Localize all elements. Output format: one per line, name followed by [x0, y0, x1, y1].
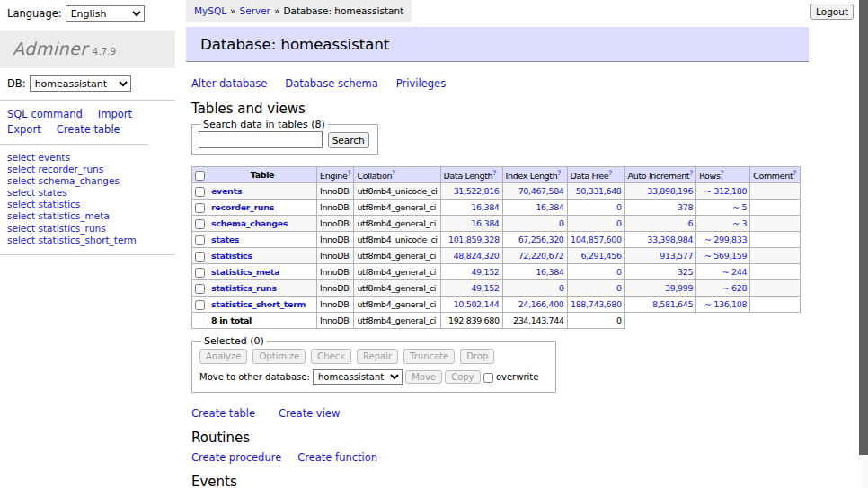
sidebar-link[interactable]: Create table	[57, 123, 120, 136]
column-header[interactable]: Comment?	[750, 167, 801, 183]
db-action-link[interactable]: Database schema	[285, 77, 377, 90]
index-length-cell[interactable]: 0	[502, 280, 567, 297]
sidebar-link[interactable]: Import	[98, 108, 132, 120]
data-length-cell[interactable]: 31,522,816	[440, 183, 502, 200]
sidebar-table-link[interactable]: select statistics	[7, 199, 168, 210]
data-free-cell[interactable]: 0	[567, 280, 624, 297]
rows-cell[interactable]: ~ 244	[696, 264, 750, 280]
table-name-link[interactable]: statistics_runs	[211, 283, 277, 293]
repair-button[interactable]: Repair	[357, 349, 398, 364]
index-length-cell[interactable]: 72,220,672	[502, 248, 567, 264]
table-name-link[interactable]: recorder_runs	[211, 202, 274, 212]
create-view-link[interactable]: Create view	[279, 407, 340, 420]
overwrite-checkbox[interactable]	[483, 373, 493, 383]
rows-cell[interactable]: ~ 5	[696, 200, 750, 216]
create-procedure-link[interactable]: Create procedure	[191, 451, 281, 464]
db-select[interactable]: homeassistant	[30, 75, 131, 92]
rows-cell[interactable]: ~ 569,159	[696, 248, 750, 264]
index-length-cell[interactable]: 70,467,584	[502, 183, 567, 200]
scrollbar[interactable]	[859, 0, 868, 488]
rows-cell[interactable]: ~ 312,180	[696, 183, 750, 200]
data-free-cell[interactable]: 50,331,648	[567, 183, 624, 200]
data-length-cell[interactable]: 49,152	[440, 280, 502, 297]
sidebar-table-link[interactable]: select schema_changes	[7, 175, 168, 187]
column-header[interactable]: Collation?	[354, 167, 440, 183]
auto-increment-cell[interactable]: 378	[624, 200, 696, 216]
select-all-checkbox[interactable]	[195, 171, 205, 181]
auto-increment-cell[interactable]: 913,577	[624, 248, 696, 264]
breadcrumb-mysql[interactable]: MySQL	[194, 5, 226, 16]
logout-button[interactable]: Logout	[810, 4, 854, 20]
sidebar-table-link[interactable]: select states	[7, 187, 168, 199]
row-checkbox[interactable]	[195, 300, 205, 310]
index-length-cell[interactable]: 0	[502, 216, 567, 232]
scrollbar-thumb[interactable]	[859, 0, 868, 455]
row-checkbox[interactable]	[195, 235, 205, 245]
table-name-link[interactable]: statistics	[211, 251, 252, 261]
column-header[interactable]: Auto Increment?	[624, 167, 696, 183]
auto-increment-cell[interactable]: 33,398,984	[624, 232, 696, 248]
auto-increment-cell[interactable]: 6	[624, 216, 696, 232]
sidebar-link[interactable]: Export	[7, 123, 41, 136]
sidebar-table-link[interactable]: select recorder_runs	[7, 164, 168, 175]
column-header[interactable]: Engine?	[317, 167, 354, 183]
table-name-link[interactable]: statistics_meta	[211, 267, 279, 277]
auto-increment-cell[interactable]: 8,581,645	[624, 297, 696, 313]
sidebar-table-link[interactable]: select statistics_short_term	[7, 235, 168, 246]
row-checkbox[interactable]	[195, 219, 205, 229]
column-header[interactable]: Data Length?	[440, 167, 502, 183]
rows-cell[interactable]: ~ 628	[696, 280, 750, 297]
data-length-cell[interactable]: 10,502,144	[440, 297, 502, 313]
sidebar-table-link[interactable]: select statistics_meta	[7, 210, 168, 222]
data-free-cell[interactable]: 0	[567, 200, 624, 216]
index-length-cell[interactable]: 16,384	[502, 200, 567, 216]
column-header[interactable]: Index Length?	[502, 167, 567, 183]
analyze-button[interactable]: Analyze	[199, 349, 247, 364]
column-header[interactable]: Data Free?	[567, 167, 624, 183]
move-button[interactable]: Move	[405, 370, 442, 384]
sidebar-link[interactable]: SQL command	[7, 108, 83, 120]
db-action-link[interactable]: Alter database	[191, 77, 267, 90]
move-db-select[interactable]: homeassistant	[313, 369, 403, 385]
truncate-button[interactable]: Truncate	[403, 349, 455, 364]
optimize-button[interactable]: Optimize	[252, 349, 306, 364]
sidebar-table-link[interactable]: select statistics_runs	[7, 223, 168, 235]
breadcrumb-server[interactable]: Server	[240, 5, 270, 16]
data-length-cell[interactable]: 16,384	[440, 200, 502, 216]
language-select[interactable]: English	[66, 5, 145, 22]
data-free-cell[interactable]: 104,857,600	[567, 232, 624, 248]
check-button[interactable]: Check	[311, 349, 351, 364]
table-name-link[interactable]: events	[211, 186, 242, 196]
data-length-cell[interactable]: 48,824,320	[440, 248, 502, 264]
row-checkbox[interactable]	[195, 284, 205, 294]
copy-button[interactable]: Copy	[445, 370, 480, 384]
data-free-cell[interactable]: 0	[567, 264, 624, 280]
auto-increment-cell[interactable]: 325	[624, 264, 696, 280]
table-name-link[interactable]: schema_changes	[211, 218, 288, 228]
row-checkbox[interactable]	[195, 268, 205, 278]
data-length-cell[interactable]: 101,859,328	[440, 232, 502, 248]
drop-button[interactable]: Drop	[460, 349, 494, 364]
auto-increment-cell[interactable]: 33,898,196	[624, 183, 696, 200]
data-free-cell[interactable]: 188,743,680	[567, 297, 624, 313]
data-length-cell[interactable]: 16,384	[440, 216, 502, 232]
sidebar-table-link[interactable]: select events	[7, 152, 168, 164]
data-length-cell[interactable]: 49,152	[440, 264, 502, 280]
table-name-link[interactable]: statistics_short_term	[211, 299, 306, 309]
data-free-cell[interactable]: 0	[567, 216, 624, 232]
row-checkbox[interactable]	[195, 203, 205, 213]
index-length-cell[interactable]: 16,384	[502, 264, 567, 280]
create-function-link[interactable]: Create function	[297, 451, 377, 464]
data-free-cell[interactable]: 6,291,456	[567, 248, 624, 264]
rows-cell[interactable]: ~ 3	[696, 216, 750, 232]
row-checkbox[interactable]	[195, 252, 205, 262]
rows-cell[interactable]: ~ 136,108	[696, 297, 750, 313]
index-length-cell[interactable]: 24,166,400	[502, 297, 567, 313]
db-action-link[interactable]: Privileges	[396, 77, 446, 90]
search-input[interactable]	[199, 131, 323, 148]
rows-cell[interactable]: ~ 299,833	[696, 232, 750, 248]
search-button[interactable]: Search	[328, 132, 369, 148]
column-header[interactable]: Rows?	[696, 167, 750, 183]
index-length-cell[interactable]: 67,256,320	[502, 232, 567, 248]
table-name-link[interactable]: states	[211, 235, 239, 244]
